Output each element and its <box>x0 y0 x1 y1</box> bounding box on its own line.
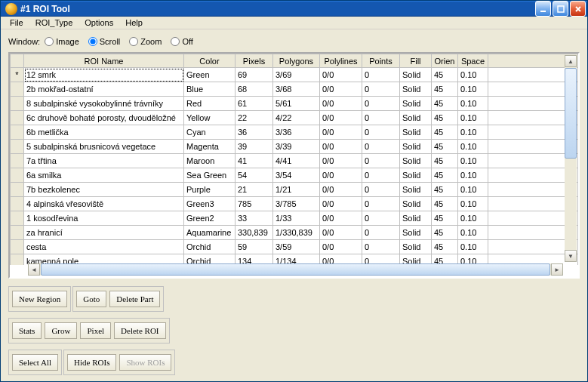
cell-space[interactable]: 0.10 <box>458 140 488 154</box>
scroll-right-arrow-icon[interactable]: ► <box>551 263 563 276</box>
menu-options[interactable]: Options <box>79 17 119 29</box>
cell-name[interactable]: 8 subalpinské vysokobylinné trávníky <box>24 97 184 111</box>
maximize-button[interactable] <box>553 1 568 17</box>
cell-points[interactable]: 0 <box>362 197 400 211</box>
cell-sel[interactable] <box>11 183 24 197</box>
titlebar[interactable]: #1 ROI Tool <box>1 1 587 17</box>
cell-points[interactable]: 0 <box>362 226 400 240</box>
cell-polygons[interactable]: 3/36 <box>273 125 320 140</box>
cell-name[interactable]: 6b metlička <box>24 125 184 140</box>
cell-space[interactable]: 0.10 <box>458 68 488 82</box>
cell-orien[interactable]: 45 <box>432 183 458 197</box>
cell-color[interactable]: Red <box>184 97 236 111</box>
cell-pixels[interactable]: 54 <box>236 168 273 183</box>
cell-space[interactable]: 0.10 <box>458 154 488 168</box>
cell-polygons[interactable]: 5/61 <box>273 97 320 111</box>
cell-color[interactable]: Sea Green <box>184 168 236 183</box>
cell-polygons[interactable]: 3/785 <box>273 197 320 211</box>
delete-part-button[interactable]: Delete Part <box>109 291 160 307</box>
cell-space[interactable]: 0.10 <box>458 97 488 111</box>
cell-name[interactable]: 2b mokřad-ostatní <box>24 82 184 97</box>
cell-orien[interactable]: 45 <box>432 97 458 111</box>
table-row[interactable]: 1 kosodřevinaGreen2331/330/00Solid450.10 <box>11 211 578 226</box>
select-all-button[interactable]: Select All <box>12 354 58 371</box>
col-space[interactable]: Space <box>458 54 488 68</box>
cell-points[interactable]: 0 <box>362 125 400 140</box>
cell-polylines[interactable]: 0/0 <box>320 111 362 125</box>
cell-polylines[interactable]: 0/0 <box>320 240 362 254</box>
cell-sel[interactable] <box>11 168 24 183</box>
cell-space[interactable]: 0.10 <box>458 125 488 140</box>
cell-orien[interactable]: 45 <box>432 211 458 226</box>
table-row[interactable]: 6c druhově bohaté porosty, dvouděložnéYe… <box>11 111 578 125</box>
cell-polygons[interactable]: 4/41 <box>273 154 320 168</box>
cell-color[interactable]: Purple <box>184 183 236 197</box>
cell-sel[interactable] <box>11 211 24 226</box>
delete-roi-button[interactable]: Delete ROI <box>114 322 165 339</box>
cell-orien[interactable]: 45 <box>432 226 458 240</box>
col-polylines[interactable]: Polylines <box>320 54 362 68</box>
cell-polylines[interactable]: 0/0 <box>320 97 362 111</box>
cell-points[interactable]: 0 <box>362 240 400 254</box>
goto-button[interactable]: Goto <box>76 291 106 307</box>
close-button[interactable] <box>570 1 586 17</box>
cell-color[interactable]: Green2 <box>184 211 236 226</box>
cell-fill[interactable]: Solid <box>400 183 432 197</box>
radio-zoom[interactable]: Zoom <box>129 37 162 46</box>
cell-points[interactable]: 0 <box>362 68 400 82</box>
cell-fill[interactable]: Solid <box>400 197 432 211</box>
cell-polylines[interactable]: 0/0 <box>320 82 362 97</box>
cell-orien[interactable]: 45 <box>432 125 458 140</box>
cell-fill[interactable]: Solid <box>400 168 432 183</box>
table-row[interactable]: za hranicíAquamarine330,8391/330,8390/00… <box>11 226 578 240</box>
cell-polygons[interactable]: 1/33 <box>273 211 320 226</box>
menu-file[interactable]: File <box>4 17 29 29</box>
cell-orien[interactable]: 45 <box>432 154 458 168</box>
cell-pixels[interactable]: 330,839 <box>236 226 273 240</box>
cell-polygons[interactable]: 1/21 <box>273 183 320 197</box>
scroll-down-arrow-icon[interactable]: ▼ <box>565 250 577 262</box>
cell-fill[interactable]: Solid <box>400 125 432 140</box>
cell-orien[interactable]: 45 <box>432 140 458 154</box>
cell-name[interactable]: 12 smrk <box>24 68 184 82</box>
cell-pixels[interactable]: 39 <box>236 140 273 154</box>
cell-fill[interactable]: Solid <box>400 240 432 254</box>
cell-fill[interactable]: Solid <box>400 140 432 154</box>
cell-sel[interactable] <box>11 82 24 97</box>
table-row[interactable]: 4 alpinská vřesovištěGreen37853/7850/00S… <box>11 197 578 211</box>
vertical-scroll-thumb[interactable] <box>565 68 577 159</box>
table-row[interactable]: cestaOrchid593/590/00Solid450.10 <box>11 240 578 254</box>
menu-help[interactable]: Help <box>119 17 149 29</box>
cell-space[interactable]: 0.10 <box>458 226 488 240</box>
col-color[interactable]: Color <box>184 54 236 68</box>
col-name[interactable]: ROI Name <box>24 54 184 68</box>
menu-roi-type[interactable]: ROI_Type <box>29 17 79 29</box>
col-orien[interactable]: Orien <box>432 54 458 68</box>
cell-pixels[interactable]: 41 <box>236 154 273 168</box>
horizontal-scroll-thumb[interactable] <box>41 263 550 276</box>
cell-polygons[interactable]: 3/54 <box>273 168 320 183</box>
cell-orien[interactable]: 45 <box>432 68 458 82</box>
cell-space[interactable]: 0.10 <box>458 197 488 211</box>
cell-name[interactable]: 4 alpinská vřesoviště <box>24 197 184 211</box>
cell-color[interactable]: Green3 <box>184 197 236 211</box>
cell-orien[interactable]: 45 <box>432 197 458 211</box>
cell-color[interactable]: Cyan <box>184 125 236 140</box>
cell-space[interactable]: 0.10 <box>458 168 488 183</box>
cell-fill[interactable]: Solid <box>400 211 432 226</box>
grow-button[interactable]: Grow <box>45 322 77 339</box>
cell-points[interactable]: 0 <box>362 211 400 226</box>
cell-space[interactable]: 0.10 <box>458 82 488 97</box>
radio-scroll[interactable]: Scroll <box>88 37 121 46</box>
cell-space[interactable]: 0.10 <box>458 211 488 226</box>
cell-sel[interactable] <box>11 140 24 154</box>
cell-name[interactable]: 6a smilka <box>24 168 184 183</box>
cell-polylines[interactable]: 0/0 <box>320 154 362 168</box>
cell-name[interactable]: 7b bezkolenec <box>24 183 184 197</box>
horizontal-scrollbar[interactable]: ◄ ► <box>28 263 563 276</box>
cell-name[interactable]: 1 kosodřevina <box>24 211 184 226</box>
minimize-button[interactable] <box>535 1 551 17</box>
cell-pixels[interactable]: 33 <box>236 211 273 226</box>
cell-polylines[interactable]: 0/0 <box>320 168 362 183</box>
table-row[interactable]: 6b metličkaCyan363/360/00Solid450.10 <box>11 125 578 140</box>
